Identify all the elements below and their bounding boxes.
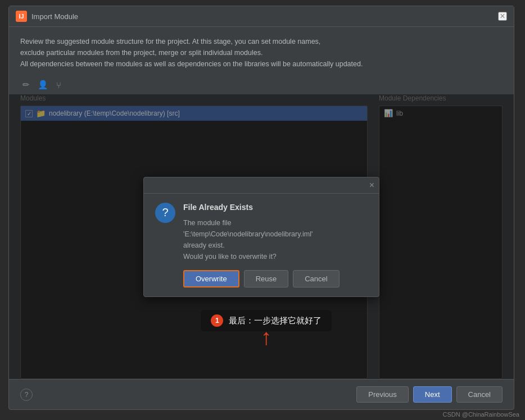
dialog-close-button[interactable]: × [498, 12, 507, 21]
watermark: CSDN @ChinaRainbowSea [442, 411, 519, 418]
help-button[interactable]: ? [20, 389, 33, 401]
next-button[interactable]: Next [413, 386, 452, 403]
reuse-button[interactable]: Reuse [244, 270, 289, 287]
bottom-bar: ? Previous Next Cancel [9, 379, 514, 409]
modal-message-line2: 'E:\temp\Code\nodelibrary\nodelibrary.im… [183, 230, 313, 238]
modal-title: File Already Exists [183, 203, 368, 212]
title-bar-left: IJ Import Module [16, 11, 78, 22]
modal-overlay: × ? File Already Exists The module file … [9, 94, 514, 379]
content-area: Modules ✓ 📁 nodelibrary (E:\temp\Code\no… [9, 94, 514, 379]
description-line2: exclude particular modules from the proj… [20, 47, 503, 58]
modal-message-line3: already exist. [183, 241, 225, 249]
person-button[interactable]: 👤 [35, 79, 51, 91]
main-dialog: IJ Import Module × Review the suggested … [8, 6, 514, 410]
modal-message-line1: The module file [183, 219, 231, 227]
modal-title-bar: × [144, 177, 379, 194]
edit-button[interactable]: ✏ [20, 79, 32, 91]
modal-message: The module file 'E:\temp\Code\nodelibrar… [183, 217, 368, 262]
split-button[interactable]: ⑂ [54, 79, 64, 91]
modal-buttons: Overwrite Reuse Cancel [183, 270, 368, 287]
previous-button[interactable]: Previous [356, 386, 409, 403]
app-icon: IJ [16, 11, 27, 22]
modal-dialog: × ? File Already Exists The module file … [143, 177, 379, 297]
modal-close-button[interactable]: × [369, 181, 374, 190]
modal-question-icon: ? [155, 203, 175, 223]
description-line1: Review the suggested module structure fo… [20, 36, 503, 47]
dialog-title: Import Module [31, 12, 78, 21]
dialog-description: Review the suggested module structure fo… [9, 27, 514, 75]
modal-body: ? File Already Exists The module file 'E… [144, 194, 379, 296]
description-line3: All dependencies between the modules as … [20, 58, 503, 70]
modal-cancel-button[interactable]: Cancel [293, 270, 339, 287]
cancel-button[interactable]: Cancel [456, 386, 503, 403]
modal-content: File Already Exists The module file 'E:\… [183, 203, 368, 287]
bottom-buttons: Previous Next Cancel [356, 386, 503, 403]
modal-message-line4: Would you like to overwrite it? [183, 253, 277, 261]
title-bar: IJ Import Module × [9, 6, 514, 27]
toolbar: ✏ 👤 ⑂ [9, 75, 514, 94]
overwrite-button[interactable]: Overwrite [183, 270, 239, 287]
